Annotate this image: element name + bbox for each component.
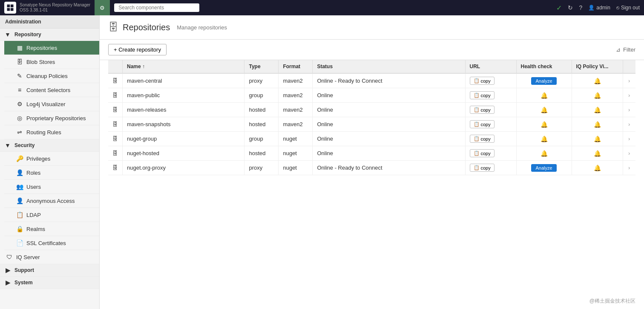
sidebar-item-realms[interactable]: 🔒 Realms xyxy=(4,222,99,236)
copy-icon: 📋 xyxy=(474,107,480,113)
row-iq-policy: 🔔 xyxy=(572,146,623,161)
sidebar-item-repositories[interactable]: ▦ Repositories xyxy=(4,41,99,55)
signout-button[interactable]: ⎋ Sign out xyxy=(616,5,640,11)
iq-bell-icon: 🔔 xyxy=(594,107,601,113)
row-detail-chevron[interactable]: › xyxy=(623,146,635,161)
analyze-button[interactable]: Analyze xyxy=(531,164,556,172)
settings-button[interactable]: ⚙ xyxy=(95,0,110,15)
copy-url-button[interactable]: 📋 copy xyxy=(470,164,494,172)
row-iq-policy: 🔔 xyxy=(572,88,623,103)
admin-section-header: Administration xyxy=(0,15,99,29)
table-row[interactable]: 🗄nuget-hostedhostednugetOnline📋 copy🔔🔔› xyxy=(108,146,635,161)
main-content: 🗄 Repositories Manage repositories + Cre… xyxy=(100,15,644,309)
sidebar-item-ldap[interactable]: 📋 LDAP xyxy=(4,208,99,222)
table-row[interactable]: 🗄maven-publicgroupmaven2Online📋 copy🔔🔔› xyxy=(108,88,635,103)
roles-icon: 👤 xyxy=(16,169,23,176)
row-name[interactable]: maven-snapshots xyxy=(123,117,244,132)
user-menu[interactable]: 👤 admin xyxy=(588,5,610,11)
row-name[interactable]: nuget-group xyxy=(123,132,244,146)
row-icon: 🗄 xyxy=(108,161,123,175)
copy-icon: 📋 xyxy=(474,78,480,84)
copy-icon: 📋 xyxy=(474,150,480,156)
col-header-action xyxy=(623,60,635,73)
col-header-format[interactable]: Format xyxy=(279,60,313,73)
chevron-right-icon: › xyxy=(628,78,630,84)
row-type: proxy xyxy=(244,73,279,88)
analyze-button[interactable]: Analyze xyxy=(531,77,556,85)
row-detail-chevron[interactable]: › xyxy=(623,73,635,88)
copy-url-button[interactable]: 📋 copy xyxy=(470,135,494,143)
row-icon: 🗄 xyxy=(108,132,123,146)
iq-bell-icon: 🔔 xyxy=(594,121,601,128)
row-detail-chevron[interactable]: › xyxy=(623,132,635,146)
help-icon[interactable]: ? xyxy=(579,4,582,11)
topbar-actions: ✓ ↻ ? 👤 admin ⎋ Sign out xyxy=(556,4,640,12)
sidebar-item-iq-server[interactable]: 🛡 IQ Server xyxy=(0,250,99,264)
page-header: 🗄 Repositories Manage repositories xyxy=(100,15,644,40)
col-header-iq[interactable]: IQ Policy Vi... xyxy=(572,60,623,73)
app-logo: Sonatype Nexus Repository Manager OSS 3.… xyxy=(4,2,90,14)
sidebar-item-content-selectors[interactable]: ≡ Content Selectors xyxy=(4,83,99,97)
sidebar-item-routing-rules[interactable]: ⇌ Routing Rules xyxy=(4,125,99,139)
col-header-health[interactable]: Health check xyxy=(516,60,572,73)
col-header-name[interactable]: Name ↑ xyxy=(123,60,244,73)
copy-url-button[interactable]: 📋 copy xyxy=(470,106,494,114)
copy-url-button[interactable]: 📋 copy xyxy=(470,120,494,128)
sidebar-item-cleanup-policies[interactable]: ✎ Cleanup Policies xyxy=(4,69,99,83)
table-row[interactable]: 🗄nuget.org-proxyproxynugetOnline - Ready… xyxy=(108,161,635,175)
table-row[interactable]: 🗄maven-snapshotshostedmaven2Online📋 copy… xyxy=(108,117,635,132)
user-icon: 👤 xyxy=(588,5,595,11)
row-url: 📋 copy xyxy=(465,146,516,161)
row-detail-chevron[interactable]: › xyxy=(623,161,635,175)
row-iq-policy: 🔔 xyxy=(572,117,623,132)
row-url: 📋 copy xyxy=(465,88,516,103)
search-input[interactable] xyxy=(114,3,199,12)
col-header-status[interactable]: Status xyxy=(313,60,465,73)
realms-icon: 🔒 xyxy=(16,225,23,232)
col-header-type[interactable]: Type xyxy=(244,60,279,73)
row-name[interactable]: maven-releases xyxy=(123,103,244,117)
row-detail-chevron[interactable]: › xyxy=(623,117,635,132)
refresh-icon[interactable]: ↻ xyxy=(568,4,573,11)
create-repository-button[interactable]: + Create repository xyxy=(108,44,167,55)
row-health-check: 🔔 xyxy=(516,103,572,117)
sidebar-item-anonymous-access[interactable]: 👤 Anonymous Access xyxy=(4,194,99,208)
sidebar-item-privileges[interactable]: 🔑 Privileges xyxy=(4,152,99,166)
row-type: proxy xyxy=(244,161,279,175)
row-detail-chevron[interactable]: › xyxy=(623,88,635,103)
row-url: 📋 copy xyxy=(465,132,516,146)
table-row[interactable]: 🗄maven-centralproxymaven2Online - Ready … xyxy=(108,73,635,88)
copy-url-button[interactable]: 📋 copy xyxy=(470,91,494,99)
row-type: hosted xyxy=(244,103,279,117)
toolbar: + Create repository ⊿ Filter xyxy=(100,40,644,60)
row-detail-chevron[interactable]: › xyxy=(623,103,635,117)
row-name[interactable]: maven-central xyxy=(123,73,244,88)
sidebar-item-log4j[interactable]: ⚙ Log4j Visualizer xyxy=(4,97,99,111)
health-bell-icon: 🔔 xyxy=(540,121,548,128)
row-status: Online - Ready to Connect xyxy=(313,73,465,88)
page-icon: 🗄 xyxy=(108,21,118,33)
health-bell-icon: 🔔 xyxy=(540,136,548,142)
sidebar-item-users[interactable]: 👥 Users xyxy=(4,180,99,194)
table-row[interactable]: 🗄maven-releaseshostedmaven2Online📋 copy🔔… xyxy=(108,103,635,117)
row-name[interactable]: nuget.org-proxy xyxy=(123,161,244,175)
sidebar-item-proprietary-repos[interactable]: ◎ Proprietary Repositories xyxy=(4,111,99,125)
row-type: hosted xyxy=(244,146,279,161)
sidebar-support-header[interactable]: ▶ Support xyxy=(0,264,99,277)
settings-icon: ⚙ xyxy=(100,5,105,11)
col-header-url[interactable]: URL xyxy=(465,60,516,73)
sidebar-item-ssl-certificates[interactable]: 📄 SSL Certificates xyxy=(4,236,99,250)
content-selectors-icon: ≡ xyxy=(16,87,23,93)
sidebar-system-header[interactable]: ▶ System xyxy=(0,277,99,289)
sidebar-item-roles[interactable]: 👤 Roles xyxy=(4,166,99,180)
row-name[interactable]: nuget-hosted xyxy=(123,146,244,161)
row-name[interactable]: maven-public xyxy=(123,88,244,103)
watermark: @稀土掘金技术社区 xyxy=(589,297,635,305)
repositories-table: Name ↑ Type Format Status URL Health che… xyxy=(108,60,635,175)
health-bell-icon: 🔔 xyxy=(540,107,548,113)
copy-url-button[interactable]: 📋 copy xyxy=(470,149,494,157)
sidebar-item-blob-stores[interactable]: 🗄 Blob Stores xyxy=(4,55,99,69)
copy-url-button[interactable]: 📋 copy xyxy=(470,77,494,85)
row-icon: 🗄 xyxy=(108,117,123,132)
table-row[interactable]: 🗄nuget-groupgroupnugetOnline📋 copy🔔🔔› xyxy=(108,132,635,146)
